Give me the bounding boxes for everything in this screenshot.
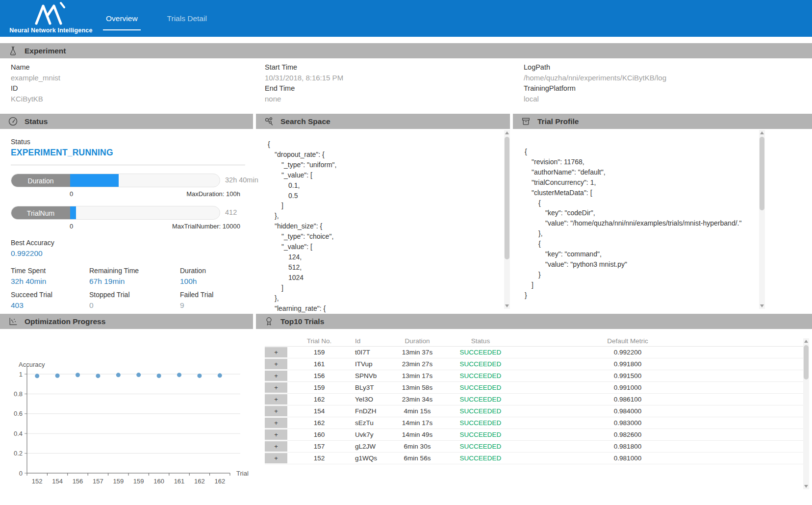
expand-row-button[interactable]: + (265, 359, 287, 369)
json-line: { (525, 147, 755, 157)
trial-profile-scrollbar[interactable] (759, 130, 765, 309)
json-line: "clusterMetaData": [ (525, 188, 755, 198)
json-line: "value": "python3 mnist.py" (525, 259, 755, 270)
scroll-down-icon[interactable] (504, 303, 510, 309)
scroll-up-icon[interactable] (759, 130, 765, 136)
medal-icon (264, 316, 274, 327)
expand-row-button[interactable]: + (265, 453, 287, 463)
progress-fill (70, 206, 76, 220)
nav-tabs: OverviewTrials Detail (104, 0, 209, 37)
cell-default-metric: 0.986100 (522, 396, 734, 403)
scatter-point (136, 373, 141, 377)
cell-trial-no: 154 (287, 407, 351, 415)
cell-duration: 6min 56s (395, 454, 439, 462)
expand-row-button[interactable]: + (265, 418, 287, 428)
field-value: 10/31/2018, 8:16:15 PM (265, 74, 513, 82)
json-line: { (525, 239, 755, 249)
scroll-down-icon[interactable] (803, 483, 809, 489)
best-accuracy-label: Best Accuracy (11, 239, 245, 247)
table-row: +152g1WQs6min 56sSUCCEEDED0.981000 (265, 453, 803, 464)
flask-icon (8, 46, 18, 56)
gauge-icon (8, 116, 18, 126)
x-tick-label: 160 (153, 478, 164, 485)
json-line: 124, (268, 252, 493, 262)
expand-row-button[interactable]: + (265, 441, 287, 452)
column-header-duration: Duration (395, 337, 439, 345)
json-line: } (525, 290, 755, 301)
scatter-point (157, 374, 161, 378)
tab-overview[interactable]: Overview (104, 0, 140, 37)
optimization-section-title: Optimization Progress (25, 317, 105, 326)
table-row: +159t0I7T13min 37sSUCCEEDED0.992200 (265, 347, 803, 358)
top-trials-table: Trial No.IdDurationStatusDefault Metric+… (256, 335, 803, 464)
json-line: { (525, 198, 755, 208)
experiment-status-value: EXPERIMENT_RUNNING (11, 148, 245, 158)
stat-value: 0 (89, 301, 180, 310)
column-header-trial-no-: Trial No. (287, 337, 351, 345)
tab-trials-detail[interactable]: Trials Detail (165, 0, 209, 37)
cell-duration: 14min 49s (395, 431, 439, 438)
experiment-column: LogPath/home/quzha/nni/experiments/KCiBy… (513, 61, 812, 104)
x-tick-label: 161 (174, 478, 185, 485)
expand-row-button[interactable]: + (265, 371, 287, 381)
stat-value: 67h 19min (89, 277, 180, 286)
progress-max: MaxTrialNumber: 10000 (172, 223, 240, 230)
cell-duration: 4min 15s (395, 407, 439, 415)
x-tick-label: 159 (113, 478, 124, 485)
y-tick-label: 0.2 (14, 450, 23, 457)
status-section-title: Status (25, 117, 48, 126)
cell-id: FnDZH (351, 407, 395, 415)
scatter-point (55, 374, 60, 378)
y-tick-label: 0.4 (14, 430, 23, 437)
scrollbar-thumb[interactable] (760, 137, 764, 210)
table-row: +162YeI3O23min 34sSUCCEEDED0.986100 (265, 394, 803, 405)
stat-label: Stopped Trial (89, 291, 180, 299)
scroll-down-icon[interactable] (759, 303, 765, 309)
stat-label: Remaining Time (89, 267, 180, 275)
cell-default-metric: 0.991800 (522, 360, 734, 368)
table-row: +157gL2JW6min 30sSUCCEEDED0.981800 (265, 441, 803, 453)
scrollbar-thumb[interactable] (804, 345, 809, 379)
json-line: "key": "command", (525, 249, 755, 259)
nni-logo: Neural Network Intelligence (7, 1, 95, 36)
stat-value: 32h 40min (11, 277, 89, 286)
trial-profile-section-bar: Trial Profile (513, 114, 812, 129)
cell-id: ITVup (351, 360, 395, 368)
scroll-up-icon[interactable] (803, 338, 809, 344)
json-line: }, (268, 211, 493, 221)
cell-trial-no: 156 (287, 372, 351, 379)
top-trials-scrollbar[interactable] (803, 338, 809, 489)
progress-track: TrialNum (11, 206, 220, 220)
expand-row-button[interactable]: + (265, 429, 287, 440)
cell-status: SUCCEEDED (439, 454, 522, 462)
cell-default-metric: 0.982600 (522, 431, 734, 438)
expand-row-button[interactable]: + (265, 406, 287, 416)
cell-status: SUCCEEDED (439, 349, 522, 356)
stat-remaining-time: Remaining Time67h 19min (89, 267, 180, 286)
cell-id: Uvk7y (351, 431, 395, 438)
cell-trial-no: 161 (287, 360, 351, 368)
cell-status: SUCCEEDED (439, 360, 522, 368)
json-line: "_value": [ (268, 170, 493, 180)
json-line: "key": "codeDir", (525, 208, 755, 218)
expand-row-button[interactable]: + (265, 382, 287, 393)
search-space-scrollbar[interactable] (504, 130, 510, 309)
json-line: "_value": [ (268, 242, 493, 252)
scatter-point (197, 374, 202, 378)
expand-row-button[interactable]: + (265, 347, 287, 357)
table-row: +162sEzTu14min 17sSUCCEEDED0.983000 (265, 417, 803, 429)
progress-fill (70, 174, 119, 187)
stat-value: 403 (11, 301, 89, 310)
json-line: "_type": "choice", (268, 231, 493, 242)
nni-logo-icon (31, 2, 71, 26)
cell-status: SUCCEEDED (439, 396, 522, 403)
divider (11, 165, 245, 165)
table-row: +156SPNVb13min 17sSUCCEEDED0.991500 (265, 370, 803, 382)
scatter-point (76, 373, 80, 377)
scrollbar-thumb[interactable] (505, 137, 509, 259)
logo-text: Neural Network Intelligence (7, 27, 95, 34)
expand-row-button[interactable]: + (265, 394, 287, 404)
scroll-up-icon[interactable] (504, 130, 510, 136)
x-tick-label: 157 (93, 478, 103, 485)
json-line: "learning_rate": { (268, 303, 493, 314)
